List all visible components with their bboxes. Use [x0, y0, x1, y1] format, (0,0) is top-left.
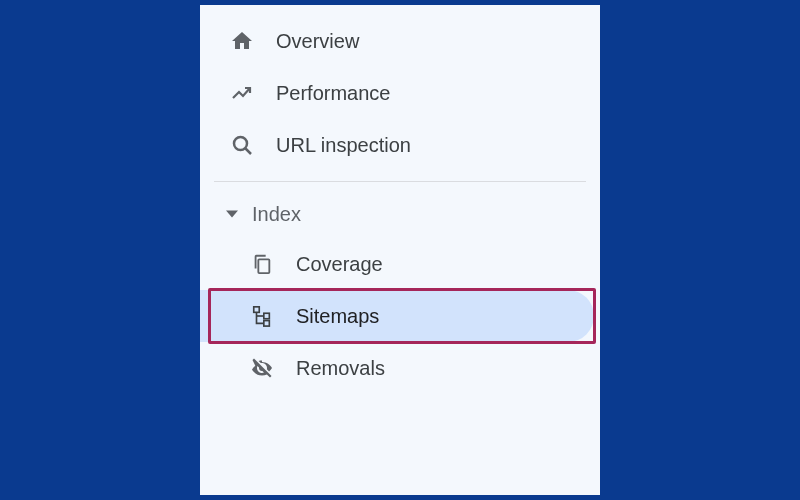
search-icon	[230, 133, 254, 157]
sidebar-item-coverage[interactable]: Coverage	[200, 238, 600, 290]
section-header-index[interactable]: Index	[200, 190, 600, 238]
sidebar-item-label: Overview	[276, 30, 359, 53]
svg-rect-5	[264, 321, 270, 327]
svg-rect-2	[258, 259, 269, 273]
section-items: Coverage Sitemaps Removals	[200, 238, 600, 394]
sidebar-item-performance[interactable]: Performance	[200, 67, 600, 119]
svg-rect-4	[264, 313, 270, 319]
tree-icon	[250, 304, 274, 328]
sidebar-item-sitemaps[interactable]: Sitemaps	[200, 290, 594, 342]
svg-point-0	[234, 137, 247, 150]
svg-rect-3	[254, 307, 260, 313]
caret-down-icon	[220, 208, 244, 220]
sidebar-item-label: Coverage	[296, 253, 383, 276]
sidebar-item-label: Sitemaps	[296, 305, 379, 328]
sidebar-item-label: Performance	[276, 82, 391, 105]
trending-icon	[230, 81, 254, 105]
sidebar-item-label: URL inspection	[276, 134, 411, 157]
copy-icon	[250, 252, 274, 276]
home-icon	[230, 29, 254, 53]
sidebar-item-overview[interactable]: Overview	[200, 15, 600, 67]
sidebar-item-url-inspection[interactable]: URL inspection	[200, 119, 600, 171]
section-header-label: Index	[252, 203, 301, 226]
divider	[214, 181, 586, 182]
sidebar-item-removals[interactable]: Removals	[200, 342, 600, 394]
sidebar-panel: Overview Performance URL inspection Inde…	[200, 5, 600, 495]
sidebar-item-label: Removals	[296, 357, 385, 380]
visibility-off-icon	[250, 356, 274, 380]
svg-line-1	[246, 149, 252, 155]
